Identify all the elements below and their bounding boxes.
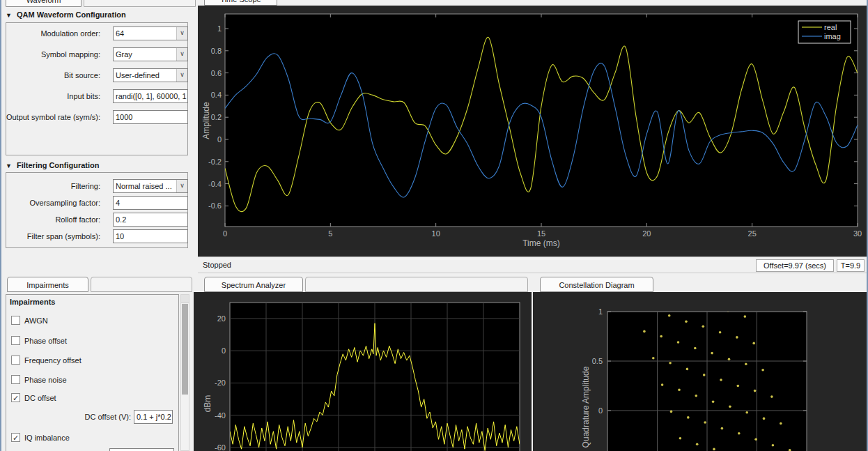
dropdown-arrow-icon: ∨ [176,180,187,192]
constellation-chart[interactable]: 10.50Quadrature Amplitude [533,292,868,451]
checkbox-iq-imbalance[interactable]: ✓ [11,433,20,442]
legend-entry-label: imag [824,32,841,40]
collapse-triangle-icon[interactable]: ▼ [6,12,12,19]
checkbox-dc-offset[interactable]: ✓ [11,393,20,402]
config-input[interactable]: 4 [113,196,188,210]
constellation-dot [711,352,713,355]
config-field-row: Modulation order:64∨ [1,26,188,40]
constellation-dot [693,298,696,301]
y-tick-label: 0.8 [211,47,222,55]
constellation-dot [661,383,664,386]
y-axis-label: Quadrature Amplitude [581,366,591,448]
field-label: Bit source: [1,68,100,82]
x-tick-label: 15 [537,229,545,238]
constellation-dot [763,418,766,420]
scrollbar-up-button[interactable] [181,295,189,303]
offset-readout: Offset=9.97 (secs) [756,259,834,272]
y-tick-label: 1 [217,24,222,33]
y-tick-label: -0.6 [208,201,222,210]
config-input[interactable]: 10 [113,229,188,243]
y-tick-label: 0 [598,406,603,415]
config-field-row: Filter span (symbols):10 [1,229,188,243]
tab-time-scope[interactable]: Time Scope [204,0,277,6]
checkbox-phase-noise[interactable] [11,375,20,384]
constellation-dot [736,336,738,339]
config-dropdown[interactable]: Normal raised ...∨ [113,179,188,193]
y-tick-label: 0.5 [592,357,603,365]
config-input[interactable]: 0.2 [113,213,188,227]
x-tick-label: 30 [853,229,862,238]
waveform-config-panel: Waveform ▼ QAM Waveform Configuration Mo… [1,0,197,275]
qam-section-header: ▼ QAM Waveform Configuration [6,10,126,19]
time-scope-chart[interactable]: 05101520253010.80.60.40.20-0.2-0.4-0.6Ti… [198,6,868,257]
dc-offset-input[interactable]: 0.1 + j*0.2 [134,410,173,424]
constellation-dot [713,448,715,451]
config-dropdown[interactable]: User-defined∨ [113,68,188,82]
tab-impairments[interactable]: Impairments [7,277,88,292]
config-field-row: Output symbol rate (sym/s):1000 [1,110,188,124]
status-text: Stopped [203,261,231,269]
spectrum-chart[interactable]: 200-20-40-60dBm [194,292,532,451]
tab-constellation-diagram[interactable]: Constellation Diagram [540,277,653,292]
collapse-triangle-icon[interactable]: ▼ [6,162,12,169]
constellation-dot [678,388,681,391]
checkbox-phase-offset[interactable] [11,336,20,345]
dropdown-arrow-icon: ∨ [176,48,187,61]
dc-offset-field-row: DC offset (V): 0.1 + j*0.2 [1,410,174,424]
x-tick-label: 25 [748,229,757,238]
constellation-dot [686,368,689,371]
config-dropdown[interactable]: 64∨ [113,26,188,40]
constellation-dot [704,421,706,424]
impairments-scrollbar[interactable] [180,294,189,451]
field-label: Rolloff factor: [1,213,100,227]
constellation-dot [770,395,773,398]
impairment-row: AWGN [11,316,171,326]
field-label: Symbol mapping: [1,47,100,61]
config-input[interactable]: randi([0, 1], 60000, 1 [113,89,188,103]
constellation-dot [738,432,741,435]
checkbox-label: Phase offset [24,336,67,346]
config-dropdown[interactable]: Gray∨ [113,47,188,61]
y-axis-label: dBm [203,395,212,413]
y-tick-label: 1 [598,307,603,316]
impairment-row: Phase noise [11,375,171,385]
y-tick-label: -40 [215,411,226,420]
dropdown-arrow-icon: ∨ [176,27,187,40]
impairment-row: ✓IQ imbalance [11,433,171,443]
config-field-row: Rolloff factor:0.2 [1,213,188,227]
constellation-dot [728,358,731,360]
y-tick-label: 0 [222,346,226,355]
y-tick-label: -60 [215,443,226,451]
constellation-dot [643,330,646,333]
constellation-dot [685,320,688,323]
constellation-dot [761,369,764,372]
constellation-dot [721,427,724,430]
checkbox-label: IQ imbalance [24,433,70,443]
scope-legend[interactable]: realimag [798,21,851,43]
tab-spectrum-analyzer[interactable]: Spectrum Analyzer [204,277,303,292]
checkbox-label: DC offset [24,393,56,403]
x-tick-label: 10 [432,229,440,238]
constellation-dot [660,335,662,338]
y-tick-label: 0.4 [211,91,222,99]
time-scope-plot-area[interactable] [225,14,858,227]
constellation-dot [696,443,699,446]
window-left-edge [0,0,1,451]
scrollbar-thumb[interactable] [182,304,188,395]
checkbox-frequency-offset[interactable] [11,356,20,365]
field-label: Filtering: [1,179,100,193]
tab-waveform[interactable]: Waveform [6,0,82,7]
iq-amplitude-input-partial[interactable] [109,448,174,451]
checkbox-awgn[interactable] [11,316,20,325]
scope-status-bar: Stopped Offset=9.97 (secs) T=9.9 [198,257,868,273]
dc-offset-field-label: DC offset (V): [1,410,131,424]
constellation-dot [752,342,755,345]
config-input[interactable]: 1000 [113,110,188,124]
constellation-dot [702,326,705,328]
constellation-dot [669,362,672,365]
constellation-dot [720,379,722,381]
field-label: Oversampling factor: [1,196,100,210]
x-tick-label: 5 [328,229,332,238]
y-tick-label: -0.4 [208,180,222,188]
checkbox-label: AWGN [24,316,48,326]
